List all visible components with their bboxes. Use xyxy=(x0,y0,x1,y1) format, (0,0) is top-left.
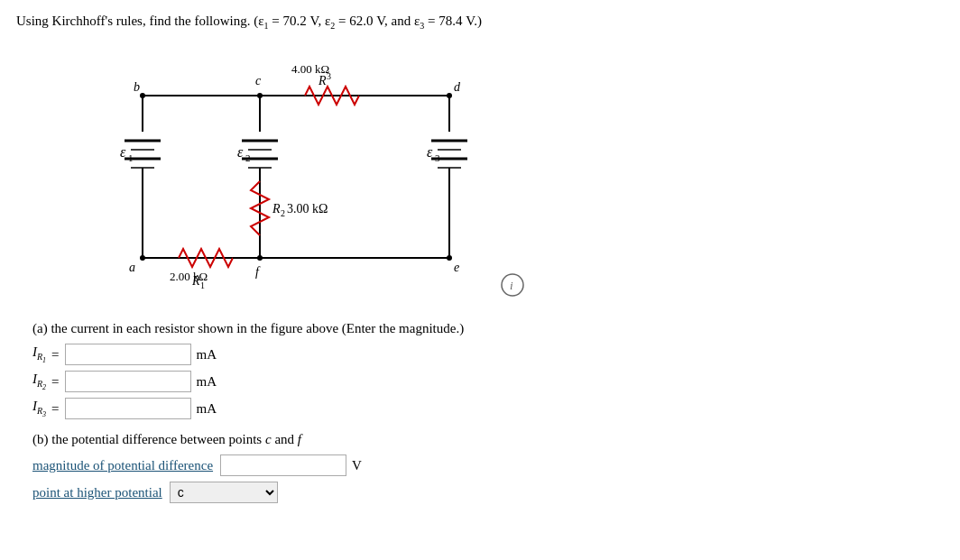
ir2-eq: = xyxy=(51,374,59,390)
svg-text:ε: ε xyxy=(427,144,433,160)
svg-text:e: e xyxy=(454,261,459,274)
higher-potential-row: point at higher potential c f xyxy=(32,482,944,503)
magnitude-row: magnitude of potential difference V xyxy=(32,454,944,476)
magnitude-label: magnitude of potential difference xyxy=(32,458,213,473)
svg-point-42 xyxy=(257,93,263,98)
ir1-label: IR1 xyxy=(32,344,46,364)
ir3-label: IR3 xyxy=(32,399,46,418)
ir2-label: IR2 xyxy=(32,372,46,391)
svg-text:2: 2 xyxy=(245,152,251,163)
svg-text:ε: ε xyxy=(120,144,126,160)
svg-text:a: a xyxy=(129,261,135,274)
part-a-label: (a) the current in each resistor shown i… xyxy=(32,321,944,336)
svg-point-41 xyxy=(140,93,145,98)
svg-point-43 xyxy=(447,93,452,98)
svg-point-45 xyxy=(257,255,263,261)
higher-potential-select[interactable]: c f xyxy=(170,482,278,503)
circuit-container: ε 1 ε 2 ε 3 R 2 3.00 kΩ xyxy=(70,41,540,312)
svg-text:2.00 kΩ: 2.00 kΩ xyxy=(170,270,208,283)
svg-text:1: 1 xyxy=(128,152,134,163)
ir2-unit: mA xyxy=(197,374,217,390)
svg-text:3: 3 xyxy=(435,152,440,163)
svg-text:c: c xyxy=(255,74,262,87)
ir1-unit: mA xyxy=(197,347,217,363)
magnitude-input[interactable] xyxy=(220,454,346,476)
ir1-eq: = xyxy=(51,347,59,363)
problem-statement: Using Kirchhoff's rules, find the follow… xyxy=(16,11,944,32)
svg-point-44 xyxy=(140,255,145,261)
part-b-label: (b) the potential difference between poi… xyxy=(32,432,944,447)
ir1-row: IR1 = mA xyxy=(32,344,944,365)
magnitude-unit: V xyxy=(352,458,362,473)
ir1-input[interactable] xyxy=(65,344,191,365)
svg-text:d: d xyxy=(454,80,461,94)
ir3-unit: mA xyxy=(197,401,217,417)
svg-text:i: i xyxy=(510,279,513,292)
svg-text:f: f xyxy=(255,265,261,279)
svg-text:R: R xyxy=(318,74,327,87)
questions-section: (a) the current in each resistor shown i… xyxy=(32,321,944,503)
svg-point-46 xyxy=(447,255,452,261)
svg-text:R: R xyxy=(272,202,281,216)
ir3-row: IR3 = mA xyxy=(32,398,944,419)
svg-text:ε: ε xyxy=(237,144,244,160)
svg-text:4.00 kΩ: 4.00 kΩ xyxy=(291,62,329,76)
part-b-section: (b) the potential difference between poi… xyxy=(32,432,944,503)
svg-text:2: 2 xyxy=(281,208,285,218)
svg-text:3.00 kΩ: 3.00 kΩ xyxy=(287,202,328,216)
ir3-input[interactable] xyxy=(65,398,191,419)
ir3-eq: = xyxy=(51,401,59,417)
ir2-input[interactable] xyxy=(65,371,191,392)
svg-text:b: b xyxy=(134,80,140,94)
higher-potential-label: point at higher potential xyxy=(32,485,162,500)
ir2-row: IR2 = mA xyxy=(32,371,944,392)
